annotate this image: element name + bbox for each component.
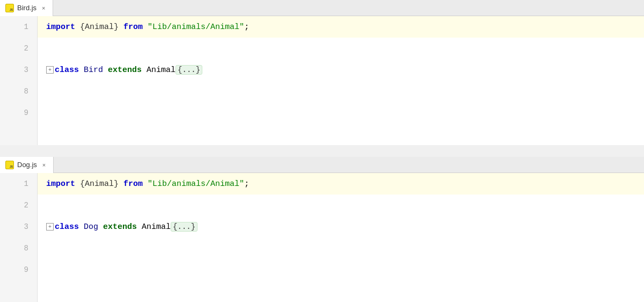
dog-line-num-2: 2 [24, 195, 37, 216]
js-file-icon [5, 4, 14, 12]
dog-code-line-3: + class Dog extends Animal {...} [38, 216, 644, 238]
bird-from-kw: from [123, 23, 143, 32]
bird-animal-name: Animal [147, 66, 175, 75]
bird-line-numbers: 1 2 3 8 9 [0, 16, 38, 145]
dog-tab-label: Dog.js [17, 161, 37, 169]
dog-tab-close[interactable]: × [40, 161, 48, 169]
dog-class-kw: class [55, 222, 79, 232]
dog-expand-icon[interactable]: + [46, 223, 54, 231]
bird-space-4 [79, 66, 84, 75]
bird-space-2 [119, 23, 123, 32]
bird-line-num-3: 3 [24, 59, 37, 81]
bird-tab[interactable]: Bird.js × [0, 0, 53, 16]
dog-space-6 [137, 222, 142, 232]
bird-extends-kw: extends [108, 66, 142, 75]
dog-line-num-3: 3 [24, 216, 37, 238]
dog-line-num-9: 9 [24, 259, 37, 281]
dog-from-kw: from [123, 179, 143, 189]
bird-collapsed-block[interactable]: {...} [175, 65, 202, 75]
bird-tab-label: Bird.js [17, 4, 36, 12]
dog-animal-name: Animal [142, 222, 171, 232]
bird-tab-bar: Bird.js × [0, 0, 644, 16]
bird-class-kw: class [55, 66, 79, 75]
bird-editor-pane: Bird.js × 1 2 3 8 9 import {Animal} from [0, 0, 644, 145]
dog-code-line-1: import {Animal} from "Lib/animals/Animal… [38, 173, 644, 195]
dog-class-name: Dog [84, 222, 98, 232]
dog-editor-pane: Dog.js × 1 2 3 8 9 import {Animal} from [0, 157, 644, 302]
dog-code-content: import {Animal} from "Lib/animals/Animal… [38, 173, 644, 302]
js-file-icon-2 [5, 161, 14, 169]
dog-space-5 [98, 222, 103, 232]
bird-js-icon [5, 4, 14, 12]
bird-code-line-2 [38, 38, 644, 59]
bird-space-1 [75, 23, 80, 32]
dog-semicolon: ; [244, 179, 249, 189]
bird-expand-icon[interactable]: + [46, 66, 54, 74]
dog-import-kw: import [46, 179, 75, 189]
dog-code-line-2 [38, 195, 644, 216]
dog-code-line-9 [38, 259, 644, 281]
bird-code-line-3: + class Bird extends Animal {...} [38, 59, 644, 81]
dog-line-num-1: 1 [24, 173, 37, 195]
dog-space-1 [75, 179, 80, 189]
bird-code-area: 1 2 3 8 9 import {Animal} from "Lib/anim… [0, 16, 644, 145]
dog-line-num-8: 8 [24, 238, 37, 259]
bird-import-path: "Lib/animals/Animal" [148, 23, 244, 32]
bird-class-name: Bird [84, 66, 103, 75]
bird-code-line-1: import {Animal} from "Lib/animals/Animal… [38, 16, 644, 38]
bird-code-content: import {Animal} from "Lib/animals/Animal… [38, 16, 644, 145]
bird-space-6 [142, 66, 147, 75]
bird-line-num-8: 8 [24, 81, 37, 102]
dog-import-path: "Lib/animals/Animal" [148, 179, 244, 189]
bird-tab-close[interactable]: × [40, 4, 47, 12]
bird-import-kw: import [46, 23, 75, 32]
dog-code-area: 1 2 3 8 9 import {Animal} from "Lib/anim… [0, 173, 644, 302]
dog-tab[interactable]: Dog.js × [0, 157, 54, 173]
bird-animal-brace: {Animal} [80, 23, 119, 32]
dog-space-3 [143, 179, 148, 189]
dog-space-2 [119, 179, 123, 189]
bird-line-num-9: 9 [24, 102, 37, 124]
dog-extends-kw: extends [103, 222, 137, 232]
dog-js-icon [5, 161, 14, 169]
bird-code-line-8 [38, 81, 644, 102]
bird-semicolon: ; [244, 23, 249, 32]
bird-code-line-9 [38, 102, 644, 124]
bird-space-3 [143, 23, 148, 32]
bird-line-num-2: 2 [24, 38, 37, 59]
dog-tab-bar: Dog.js × [0, 157, 644, 173]
bird-space-5 [103, 66, 108, 75]
dog-space-4 [79, 222, 84, 232]
dog-collapsed-block[interactable]: {...} [171, 222, 197, 232]
editor-container: Bird.js × 1 2 3 8 9 import {Animal} from [0, 0, 644, 302]
dog-code-line-8 [38, 238, 644, 259]
dog-line-numbers: 1 2 3 8 9 [0, 173, 38, 302]
bird-line-num-1: 1 [24, 16, 37, 38]
dog-animal-brace: {Animal} [80, 179, 119, 189]
